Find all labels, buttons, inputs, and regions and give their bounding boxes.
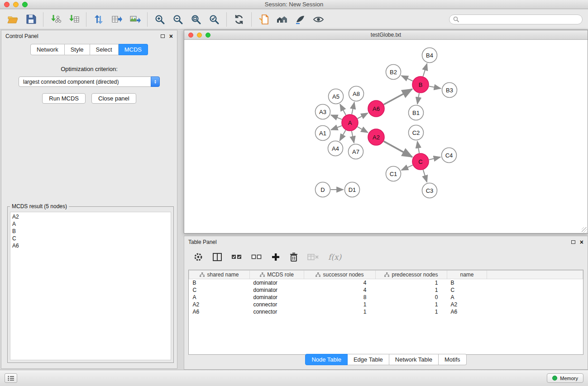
graph-node-A4[interactable]: A4: [328, 141, 343, 156]
mcds-result-item[interactable]: A6: [12, 242, 169, 249]
graph-edge-B-B2[interactable]: [402, 76, 413, 81]
table-cell[interactable]: 0: [376, 294, 447, 301]
graph-node-A2[interactable]: A2: [368, 129, 384, 145]
table-cell[interactable]: A: [447, 294, 487, 301]
table-cell[interactable]: 1: [376, 286, 447, 294]
table-cell[interactable]: A6: [189, 308, 250, 315]
table-cell[interactable]: 4: [304, 279, 376, 286]
graphics-details-button[interactable]: [291, 11, 309, 28]
export-network-button[interactable]: [90, 11, 108, 28]
network-graph[interactable]: B4B2BB3A5A8A6B1A3AC2A1A2A4A7C4CC1C3DD1: [184, 40, 588, 233]
graph-node-B[interactable]: B: [412, 76, 429, 93]
graph-edge-A-A5[interactable]: [340, 104, 346, 115]
open-recent-button[interactable]: [255, 11, 273, 28]
table-cell[interactable]: dominator: [250, 294, 304, 301]
close-panel-button[interactable]: Close panel: [91, 93, 136, 104]
table-cell[interactable]: A2: [447, 301, 487, 308]
export-image-button[interactable]: [126, 11, 144, 28]
minimize-network-window-button[interactable]: [197, 33, 202, 38]
graph-edge-A-A7[interactable]: [352, 131, 354, 143]
graph-edge-C-C3[interactable]: [423, 170, 427, 182]
column-header-predecessor-nodes[interactable]: predecessor nodes: [376, 271, 447, 279]
float-table-panel-icon[interactable]: [571, 240, 575, 244]
window-resize-grip[interactable]: [582, 227, 587, 233]
criterion-dropdown[interactable]: largest connected component (directed) ▲…: [19, 76, 160, 87]
table-cell[interactable]: 1: [376, 308, 447, 315]
table-cell[interactable]: A2: [189, 301, 250, 308]
table-row[interactable]: A2connector11A2: [189, 301, 583, 308]
graph-edge-A-A3[interactable]: [331, 115, 342, 119]
save-session-button[interactable]: [22, 11, 40, 28]
graph-node-A[interactable]: A: [342, 114, 358, 131]
table-cell[interactable]: B: [189, 279, 250, 286]
graph-edge-B-B4[interactable]: [423, 64, 427, 76]
zoom-network-window-button[interactable]: [206, 33, 210, 38]
tab-node-table[interactable]: Node Table: [305, 354, 348, 365]
mcds-result-item[interactable]: A: [12, 220, 169, 228]
graph-edge-A-A8[interactable]: [352, 102, 354, 114]
graph-edge-C-C2[interactable]: [417, 141, 419, 153]
open-session-button[interactable]: [4, 11, 22, 28]
delete-row-trash-icon[interactable]: [289, 252, 298, 262]
refresh-layout-button[interactable]: [230, 11, 248, 28]
graph-edge-A2-C[interactable]: [384, 141, 412, 157]
graph-node-B4[interactable]: B4: [422, 48, 437, 63]
table-cell[interactable]: B: [447, 279, 487, 286]
graph-node-C3[interactable]: C3: [422, 183, 437, 198]
home-views-button[interactable]: [273, 11, 291, 28]
graph-edge-A-A2[interactable]: [358, 127, 368, 133]
close-panel-icon[interactable]: ×: [169, 34, 173, 38]
close-window-button[interactable]: [4, 2, 10, 7]
table-cell[interactable]: connector: [250, 308, 304, 315]
zoom-out-button[interactable]: [169, 11, 187, 28]
show-hide-button[interactable]: [309, 11, 327, 28]
search-input[interactable]: [461, 16, 578, 23]
table-cell[interactable]: A6: [447, 308, 487, 315]
graph-node-B1[interactable]: B1: [409, 105, 424, 120]
graph-edge-B-B1[interactable]: [417, 93, 419, 104]
zoom-in-button[interactable]: [151, 11, 169, 28]
graph-edge-A-A1[interactable]: [331, 126, 342, 130]
run-mcds-button[interactable]: Run MCDS: [42, 93, 86, 104]
status-menu-button[interactable]: [5, 373, 17, 383]
function-builder-icon[interactable]: f(x): [328, 253, 341, 262]
table-cell[interactable]: C: [189, 286, 250, 294]
close-network-window-button[interactable]: [188, 33, 193, 38]
zoom-window-button[interactable]: [22, 2, 28, 7]
table-row[interactable]: Cdominator41C: [189, 286, 583, 294]
close-table-panel-icon[interactable]: ×: [580, 240, 583, 244]
tab-style[interactable]: Style: [65, 44, 90, 55]
table-cell[interactable]: dominator: [250, 286, 304, 294]
graph-node-B2[interactable]: B2: [386, 65, 401, 80]
import-network-button[interactable]: [47, 11, 65, 28]
table-cell[interactable]: 4: [304, 286, 376, 294]
graph-node-A6[interactable]: A6: [368, 100, 384, 117]
graph-edge-B-B3[interactable]: [429, 86, 441, 89]
delete-table-icon[interactable]: [307, 253, 319, 261]
graph-node-A1[interactable]: A1: [316, 126, 330, 141]
tab-motifs[interactable]: Motifs: [439, 354, 467, 365]
tab-select[interactable]: Select: [90, 44, 119, 55]
graph-node-D[interactable]: D: [316, 182, 330, 197]
table-cell[interactable]: 8: [304, 294, 376, 301]
table-cell[interactable]: 1: [304, 301, 376, 308]
graph-node-C4[interactable]: C4: [442, 148, 457, 163]
mcds-result-item[interactable]: C: [12, 235, 169, 242]
graph-edge-C-C4[interactable]: [429, 157, 441, 160]
mcds-result-item[interactable]: A2: [12, 213, 169, 220]
table-cell[interactable]: dominator: [250, 279, 304, 286]
graph-node-A7[interactable]: A7: [349, 144, 363, 159]
select-all-icon[interactable]: [231, 253, 242, 261]
table-settings-gear-icon[interactable]: [193, 252, 203, 262]
column-header-shared-name[interactable]: shared name: [189, 271, 250, 279]
graph-edge-A-A6[interactable]: [358, 113, 368, 119]
export-table-button[interactable]: [108, 11, 126, 28]
add-row-plus-icon[interactable]: [271, 253, 280, 262]
memory-button[interactable]: Memory: [547, 373, 583, 383]
table-cell[interactable]: 1: [376, 301, 447, 308]
zoom-fit-button[interactable]: [187, 11, 205, 28]
tab-network[interactable]: Network: [30, 44, 65, 55]
mcds-result-item[interactable]: B: [12, 228, 169, 235]
table-cell[interactable]: 1: [304, 308, 376, 315]
column-header-mcds-role[interactable]: MCDS role: [250, 271, 304, 279]
